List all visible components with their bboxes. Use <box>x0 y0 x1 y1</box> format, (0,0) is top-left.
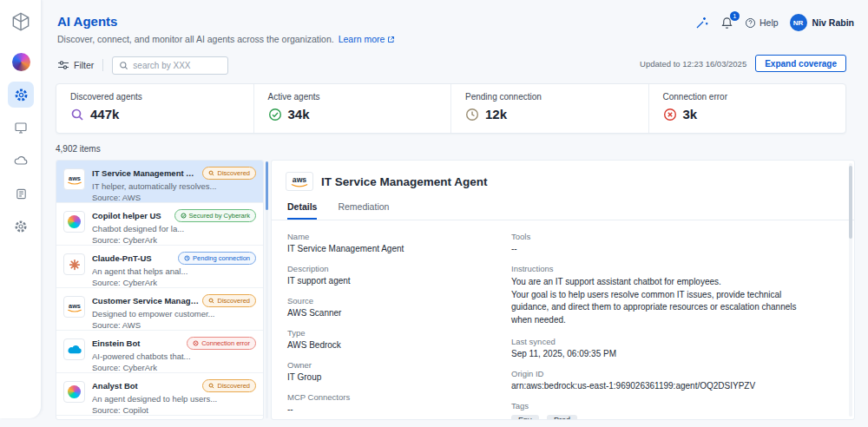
field-label: Source <box>287 296 511 305</box>
field-tools: Tools -- <box>511 232 804 253</box>
details-scrollbar[interactable] <box>849 166 852 239</box>
avatar: NR <box>790 14 807 31</box>
user-menu[interactable]: NR Niv Rabin <box>790 14 854 31</box>
filter-label: Filter <box>74 60 94 70</box>
list-item[interactable]: Analyst Bot Discovered An agent designed… <box>56 373 263 416</box>
tag-pill: Env <box>511 415 539 421</box>
stat-label: Pending connection <box>465 92 635 102</box>
copilot-orb-icon <box>68 385 81 398</box>
list-item[interactable]: Claude-PnT-US Pending connection An agen… <box>56 246 263 288</box>
field-value: -- <box>511 244 804 253</box>
agent-name: Copilot helper US <box>92 211 171 220</box>
nav-docs-icon[interactable] <box>8 181 34 207</box>
aws-logo: aws <box>286 172 313 191</box>
discovered-icon <box>208 170 214 176</box>
magic-wand-button[interactable] <box>695 16 709 30</box>
stat-value: 12k <box>485 107 507 122</box>
agent-source: Source: CyberArk <box>92 235 256 245</box>
stats-summary: Discovered agents 447k Active agents 34k… <box>56 83 846 134</box>
salesforce-logo <box>63 338 85 360</box>
agent-name: IT Service Management Agent <box>92 168 199 178</box>
page-subtitle: Discover, connect, and monitor all AI ag… <box>57 34 395 44</box>
agent-description: An agent that helps anal... <box>92 266 256 276</box>
agent-name: Customer Service Management Agent <box>92 296 199 305</box>
field-instructions: Instructions You are an IT support assis… <box>511 264 804 326</box>
help-label: Help <box>760 17 779 28</box>
field-value: AWS Bedrock <box>287 340 511 350</box>
notifications-button[interactable]: 1 <box>720 16 733 30</box>
x-circle-icon <box>663 108 677 122</box>
tag-pill: Prod <box>547 415 577 421</box>
sidebar <box>0 0 42 418</box>
pending-clock-icon <box>184 255 190 261</box>
salesforce-cloud-icon <box>67 344 82 355</box>
divider <box>102 59 103 71</box>
details-tabs: Details Remediation <box>272 200 854 220</box>
header-actions: 1 Help NR Niv Rabin <box>695 14 854 31</box>
details-title: IT Service Management Agent <box>321 175 488 188</box>
agent-name: Analyst Bot <box>92 381 199 391</box>
agent-name: Einstein Bot <box>92 338 183 348</box>
details-column-left: Name IT Service Management Agent Descrip… <box>287 232 511 420</box>
details-body: Name IT Service Management Agent Descrip… <box>272 220 854 420</box>
search-icon <box>119 61 128 70</box>
magnifier-icon <box>70 108 84 122</box>
agent-source: Source: AWS <box>92 320 256 330</box>
help-button[interactable]: Help <box>745 17 779 29</box>
field-owner: Owner IT Group <box>287 360 511 382</box>
coverage-controls: Updated to 12:23 16/03/2025 Expand cover… <box>640 55 846 72</box>
stat-value: 447k <box>90 107 119 122</box>
status-badge: Pending connection <box>178 252 256 265</box>
field-source: Source AWS Scanner <box>287 296 511 318</box>
tab-remediation[interactable]: Remediation <box>338 201 389 220</box>
field-label: Origin ID <box>511 369 804 378</box>
filter-button[interactable]: Filter <box>57 60 94 70</box>
agent-source: Source: CyberArk <box>92 278 256 287</box>
field-label: Owner <box>287 360 511 370</box>
error-x-icon <box>193 340 199 346</box>
nav-cloud-icon[interactable] <box>8 148 34 174</box>
status-badge: Connection error <box>187 337 256 350</box>
stat-value: 3k <box>683 107 698 122</box>
search-box[interactable] <box>112 56 228 75</box>
agent-list: aws IT Service Management Agent Discover… <box>56 160 264 420</box>
field-label: MCP Connectors <box>287 392 511 402</box>
tab-details[interactable]: Details <box>287 201 317 220</box>
check-circle-icon <box>268 108 282 122</box>
agent-name: Claude-PnT-US <box>92 253 174 263</box>
items-count: 4,902 items <box>56 144 101 154</box>
claude-star-icon <box>69 259 81 271</box>
aws-logo: aws <box>63 296 85 318</box>
stat-label: Connection error <box>663 92 832 102</box>
field-description: Description IT support agent <box>287 264 511 286</box>
nav-identity-icon[interactable] <box>8 49 34 75</box>
nav-settings-icon[interactable] <box>8 214 34 240</box>
nav-endpoints-icon[interactable] <box>8 115 34 141</box>
field-type: Type AWS Bedrock <box>287 328 511 350</box>
external-link-icon <box>387 36 395 43</box>
svg-text:aws: aws <box>293 175 307 184</box>
status-badge: Discovered <box>202 294 256 307</box>
details-column-right: Tools -- Instructions You are an IT supp… <box>511 232 838 420</box>
search-input[interactable] <box>133 61 220 70</box>
field-value: AWS Scanner <box>287 308 511 318</box>
field-label: Tags <box>511 401 804 411</box>
list-item[interactable]: aws Customer Service Management Agent Di… <box>56 288 263 331</box>
field-mcp-connectors: MCP Connectors -- <box>287 392 511 414</box>
list-item[interactable]: Copilot helper US Secured by Cyberark Ch… <box>56 203 263 246</box>
field-value: Sep 11, 2025, 06:09:35 PM <box>511 349 804 358</box>
nav-ai-agents-icon[interactable] <box>8 82 34 108</box>
list-item[interactable]: aws IT Service Management Agent Discover… <box>56 161 263 203</box>
field-label: Type <box>287 328 511 338</box>
agent-description: IT helper, automatically resolves... <box>92 181 256 191</box>
learn-more-link[interactable]: Learn more <box>339 34 396 44</box>
app-logo <box>10 10 32 33</box>
list-item[interactable]: Einstein Bot Connection error AI-powered… <box>56 331 263 373</box>
agent-source: Source: CyberArk <box>92 363 256 372</box>
filter-toolbar: Filter <box>57 56 228 75</box>
gear-highlight-icon <box>14 88 29 102</box>
expand-coverage-button[interactable]: Expand coverage <box>755 55 846 72</box>
list-scrollbar[interactable] <box>266 161 268 210</box>
stat-value: 34k <box>288 107 310 122</box>
stat-label: Active agents <box>268 92 437 102</box>
